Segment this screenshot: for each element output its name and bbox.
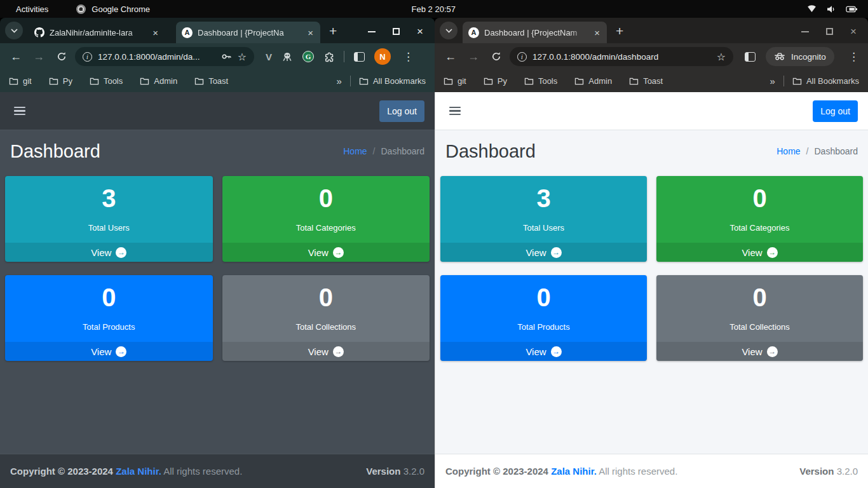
card-view-link[interactable]: View → [656, 243, 863, 262]
copyright-text: Copyright © 2023-2024 [10, 466, 113, 477]
focused-app-indicator[interactable]: Google Chrome [76, 4, 150, 14]
breadcrumb-home-link[interactable]: Home [343, 146, 367, 156]
breadcrumb-home-link[interactable]: Home [776, 146, 800, 156]
card-label: Total Collections [295, 322, 356, 332]
folder-icon [524, 77, 534, 85]
view-label: View [91, 247, 111, 258]
bookmark-folder-toast[interactable]: Toast [629, 76, 663, 86]
bookmark-label: Toast [208, 76, 228, 86]
new-tab-button[interactable]: + [329, 24, 337, 37]
version-label: Version [366, 466, 400, 477]
forward-button[interactable]: → [29, 47, 48, 66]
new-tab-button[interactable]: + [616, 24, 623, 37]
reload-icon [57, 51, 67, 62]
logout-button[interactable]: Log out [379, 100, 424, 122]
password-key-icon[interactable] [221, 51, 232, 62]
forward-button[interactable]: → [464, 47, 483, 66]
reload-button[interactable] [52, 47, 71, 66]
tab-close-icon[interactable]: × [306, 27, 315, 38]
address-bar[interactable]: i 127.0.0.1:8000/admin/dashboard ☆ [510, 47, 733, 66]
tab-strip: A Dashboard | {ProjectNam × + × [435, 18, 868, 43]
close-window-button[interactable]: × [417, 28, 423, 35]
bookmarks-overflow-button[interactable]: » [770, 76, 775, 86]
bookmark-folder-py[interactable]: Py [484, 76, 507, 86]
bookmarks-overflow-button[interactable]: » [337, 76, 342, 86]
card-view-link[interactable]: View → [222, 342, 430, 361]
bookmark-folder-toast[interactable]: Toast [194, 76, 228, 86]
card-view-link[interactable]: View → [5, 342, 213, 361]
back-button[interactable]: ← [6, 47, 25, 66]
tab-close-icon[interactable]: × [593, 27, 601, 38]
card-view-link[interactable]: View → [222, 243, 430, 262]
back-button[interactable]: ← [441, 47, 460, 66]
url-text[interactable]: 127.0.0.1:8000/admin/dashboard [532, 52, 711, 62]
toolbar-divider [344, 51, 344, 62]
chrome-menu-icon[interactable]: ⋮ [846, 50, 862, 64]
sidebar-toggle-button[interactable] [445, 104, 465, 118]
minimize-button[interactable] [368, 31, 376, 32]
bookmark-folder-admin[interactable]: Admin [140, 76, 177, 86]
all-bookmarks-button[interactable]: All Bookmarks [359, 76, 426, 86]
url-text[interactable]: 127.0.0.1:8000/admin/da... [98, 52, 215, 62]
bookmark-folder-py[interactable]: Py [49, 76, 72, 86]
tab-search-button[interactable] [5, 22, 23, 39]
grammarly-extension-icon[interactable]: G [302, 51, 314, 62]
maximize-button[interactable] [826, 28, 833, 35]
breadcrumb-current: Dashboard [381, 146, 425, 156]
bookmark-folder-tools[interactable]: Tools [524, 76, 557, 86]
tab-close-icon[interactable]: × [151, 27, 159, 38]
close-window-button[interactable]: × [850, 28, 857, 35]
address-bar[interactable]: i 127.0.0.1:8000/admin/da... ☆ [75, 47, 254, 66]
folder-icon [49, 77, 58, 85]
card-view-link[interactable]: View → [440, 243, 647, 262]
vue-devtools-extension-icon[interactable]: V [266, 51, 272, 62]
activities-button[interactable]: Activities [16, 4, 48, 14]
side-panel-icon[interactable] [745, 52, 756, 62]
tab-dashboard[interactable]: A Dashboard | {ProjectNa × [176, 22, 320, 43]
profile-avatar[interactable]: N [374, 48, 391, 65]
bookmark-folder-tools[interactable]: Tools [90, 76, 123, 86]
site-info-icon[interactable]: i [83, 52, 92, 62]
card-view-link[interactable]: View → [5, 243, 213, 262]
tab-title: ZalaNihir/adminlte-lara [50, 28, 146, 37]
extensions-puzzle-icon[interactable] [323, 51, 334, 62]
breadcrumb: Home / Dashboard [776, 146, 858, 156]
system-tray[interactable] [807, 5, 868, 13]
sidebar-toggle-button[interactable] [10, 104, 29, 118]
owner-link[interactable]: Zala Nihir. [551, 466, 597, 477]
reload-icon [491, 51, 501, 62]
card-total-collections: 0 Total Collections View → [656, 275, 863, 361]
bookmarks-bar: git Py Tools Admin Toast » [0, 70, 435, 92]
folder-icon [444, 77, 453, 85]
page-content: Dashboard Home / Dashboard 3 Total Users [435, 130, 868, 454]
tab-search-button[interactable] [440, 22, 458, 39]
card-label: Total Users [88, 223, 130, 233]
bookmark-folder-git[interactable]: git [444, 76, 466, 86]
version-value: 3.2.0 [837, 466, 858, 477]
logout-button[interactable]: Log out [813, 100, 858, 122]
all-bookmarks-button[interactable]: All Bookmarks [792, 76, 859, 86]
tab-github-repo[interactable]: ZalaNihir/adminlte-lara × [28, 22, 165, 43]
bookmark-label: Tools [104, 76, 123, 86]
site-info-icon[interactable]: i [517, 52, 527, 62]
maximize-button[interactable] [393, 28, 400, 35]
bookmark-folder-admin[interactable]: Admin [574, 76, 612, 86]
reload-button[interactable] [487, 47, 506, 66]
octopus-extension-icon[interactable] [281, 51, 293, 62]
tab-strip: ZalaNihir/adminlte-lara × A Dashboard | … [0, 18, 435, 43]
card-value: 0 [752, 283, 766, 311]
bookmark-star-icon[interactable]: ☆ [717, 51, 726, 63]
chrome-menu-icon[interactable]: ⋮ [400, 50, 416, 64]
bookmark-star-icon[interactable]: ☆ [238, 51, 247, 63]
tab-dashboard[interactable]: A Dashboard | {ProjectNam × [463, 22, 607, 43]
side-panel-icon[interactable] [354, 52, 365, 62]
incognito-icon [774, 53, 785, 60]
breadcrumb-separator: / [373, 146, 376, 156]
card-view-link[interactable]: View → [440, 342, 647, 361]
minimize-button[interactable] [801, 31, 809, 32]
owner-link[interactable]: Zala Nihir. [116, 466, 161, 477]
card-label: Total Users [523, 223, 564, 233]
card-view-link[interactable]: View → [656, 342, 863, 361]
clock[interactable]: Feb 2 20:57 [412, 4, 456, 14]
bookmark-folder-git[interactable]: git [9, 76, 32, 86]
